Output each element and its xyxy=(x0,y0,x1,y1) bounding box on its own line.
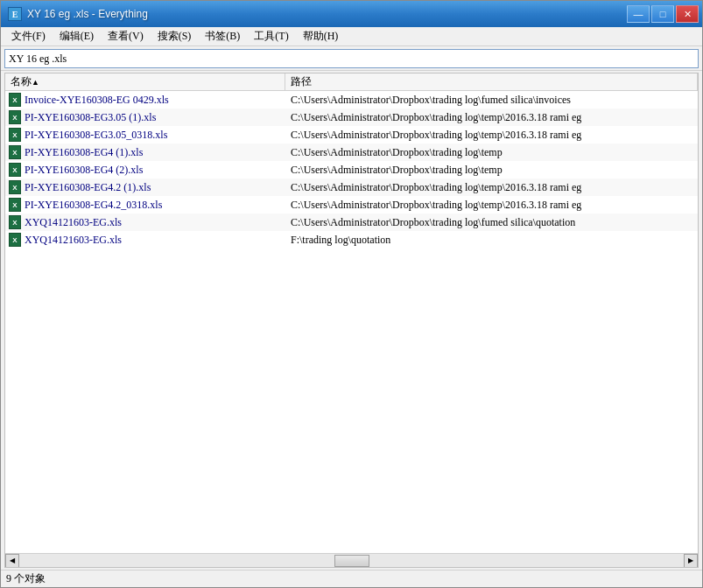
main-content: 名称 路径 Invoice-XYE160308-EG 0429.xlsC:\Us… xyxy=(4,73,699,568)
scroll-right-button[interactable]: ▶ xyxy=(684,554,698,568)
menu-search[interactable]: 搜索(S) xyxy=(151,27,199,46)
table-row[interactable]: Invoice-XYE160308-EG 0429.xlsC:\Users\Ad… xyxy=(5,91,698,108)
menu-tools[interactable]: 工具(T) xyxy=(247,27,295,46)
column-headers: 名称 路径 xyxy=(5,74,698,91)
file-icon xyxy=(9,145,21,159)
file-name: PI-XYE160308-EG4.2 (1).xls xyxy=(25,181,151,194)
minimize-button[interactable]: — xyxy=(627,5,650,23)
excel-icon xyxy=(9,93,21,107)
file-name-cell: PI-XYE160308-EG4.2_0318.xls xyxy=(5,198,285,212)
maximize-button[interactable]: □ xyxy=(651,5,674,23)
file-icon xyxy=(9,163,21,177)
file-name-cell: PI-XYE160308-EG4.2 (1).xls xyxy=(5,180,285,194)
table-row[interactable]: PI-XYE160308-EG3.05 (1).xlsC:\Users\Admi… xyxy=(5,108,698,126)
file-path: F:\trading log\quotation xyxy=(285,234,698,247)
excel-icon xyxy=(9,128,21,142)
excel-icon xyxy=(9,198,21,212)
menu-bar: 文件(F) 编辑(E) 查看(V) 搜索(S) 书签(B) 工具(T) 帮助(H… xyxy=(1,27,702,46)
file-icon xyxy=(9,93,21,107)
file-path: C:\Users\Administrator\Dropbox\trading l… xyxy=(285,164,698,177)
file-name: XYQ14121603-EG.xls xyxy=(25,216,122,229)
menu-bookmarks[interactable]: 书签(B) xyxy=(198,27,247,46)
horizontal-scrollbar[interactable]: ◀ ▶ xyxy=(5,553,698,567)
file-list: Invoice-XYE160308-EG 0429.xlsC:\Users\Ad… xyxy=(5,91,698,553)
file-name-cell: XYQ14121603-EG.xls xyxy=(5,215,285,229)
file-name-cell: PI-XYE160308-EG4 (2).xls xyxy=(5,163,285,177)
file-name: XYQ14121603-EG.xls xyxy=(25,234,122,247)
excel-icon xyxy=(9,110,21,124)
file-path: C:\Users\Administrator\Dropbox\trading l… xyxy=(285,199,698,212)
search-input[interactable] xyxy=(4,49,699,68)
col-header-path[interactable]: 路径 xyxy=(285,74,698,90)
file-name-cell: Invoice-XYE160308-EG 0429.xls xyxy=(5,93,285,107)
excel-icon xyxy=(9,233,21,247)
app-icon: E xyxy=(8,7,22,21)
excel-icon xyxy=(9,180,21,194)
menu-help[interactable]: 帮助(H) xyxy=(296,27,346,46)
file-name-cell: XYQ14121603-EG.xls xyxy=(5,233,285,247)
title-bar-left: E XY 16 eg .xls - Everything xyxy=(8,7,148,21)
menu-view[interactable]: 查看(V) xyxy=(101,27,151,46)
file-icon xyxy=(9,215,21,229)
table-row[interactable]: XYQ14121603-EG.xlsF:\trading log\quotati… xyxy=(5,231,698,248)
main-window: E XY 16 eg .xls - Everything — □ ✕ 文件(F)… xyxy=(0,0,703,588)
file-name: PI-XYE160308-EG4 (2).xls xyxy=(25,164,143,177)
excel-icon xyxy=(9,215,21,229)
file-path: C:\Users\Administrator\Dropbox\trading l… xyxy=(285,146,698,159)
file-name: Invoice-XYE160308-EG 0429.xls xyxy=(25,94,169,107)
status-text: 9 个对象 xyxy=(6,571,46,586)
file-name: PI-XYE160308-EG3.05_0318.xls xyxy=(25,129,167,142)
table-row[interactable]: PI-XYE160308-EG3.05_0318.xlsC:\Users\Adm… xyxy=(5,126,698,144)
close-button[interactable]: ✕ xyxy=(676,5,699,23)
scrollbar-thumb[interactable] xyxy=(334,555,369,567)
file-icon xyxy=(9,233,21,247)
file-icon xyxy=(9,128,21,142)
title-buttons: — □ ✕ xyxy=(627,5,699,23)
file-path: C:\Users\Administrator\Dropbox\trading l… xyxy=(285,181,698,194)
file-name-cell: PI-XYE160308-EG3.05_0318.xls xyxy=(5,128,285,142)
table-row[interactable]: PI-XYE160308-EG4.2_0318.xlsC:\Users\Admi… xyxy=(5,196,698,214)
file-path: C:\Users\Administrator\Dropbox\trading l… xyxy=(285,111,698,124)
excel-icon xyxy=(9,163,21,177)
title-bar: E XY 16 eg .xls - Everything — □ ✕ xyxy=(1,1,702,27)
file-name: PI-XYE160308-EG4.2_0318.xls xyxy=(25,199,162,212)
status-bar: 9 个对象 xyxy=(1,570,702,587)
file-name-cell: PI-XYE160308-EG3.05 (1).xls xyxy=(5,110,285,124)
col-header-name[interactable]: 名称 xyxy=(5,74,285,90)
table-row[interactable]: XYQ14121603-EG.xlsC:\Users\Administrator… xyxy=(5,214,698,231)
file-icon xyxy=(9,110,21,124)
search-bar xyxy=(1,46,702,71)
file-path: C:\Users\Administrator\Dropbox\trading l… xyxy=(285,94,698,107)
file-path: C:\Users\Administrator\Dropbox\trading l… xyxy=(285,216,698,229)
menu-edit[interactable]: 编辑(E) xyxy=(53,27,101,46)
file-icon xyxy=(9,180,21,194)
file-name: PI-XYE160308-EG3.05 (1).xls xyxy=(25,111,156,124)
scroll-left-button[interactable]: ◀ xyxy=(5,554,19,568)
table-row[interactable]: PI-XYE160308-EG4 (1).xlsC:\Users\Adminis… xyxy=(5,144,698,161)
file-path: C:\Users\Administrator\Dropbox\trading l… xyxy=(285,129,698,142)
excel-icon xyxy=(9,145,21,159)
table-row[interactable]: PI-XYE160308-EG4.2 (1).xlsC:\Users\Admin… xyxy=(5,178,698,196)
table-row[interactable]: PI-XYE160308-EG4 (2).xlsC:\Users\Adminis… xyxy=(5,161,698,178)
file-name-cell: PI-XYE160308-EG4 (1).xls xyxy=(5,145,285,159)
file-name: PI-XYE160308-EG4 (1).xls xyxy=(25,146,143,159)
scrollbar-track[interactable] xyxy=(19,554,684,568)
window-title: XY 16 eg .xls - Everything xyxy=(27,8,148,20)
file-icon xyxy=(9,198,21,212)
menu-file[interactable]: 文件(F) xyxy=(4,27,53,46)
